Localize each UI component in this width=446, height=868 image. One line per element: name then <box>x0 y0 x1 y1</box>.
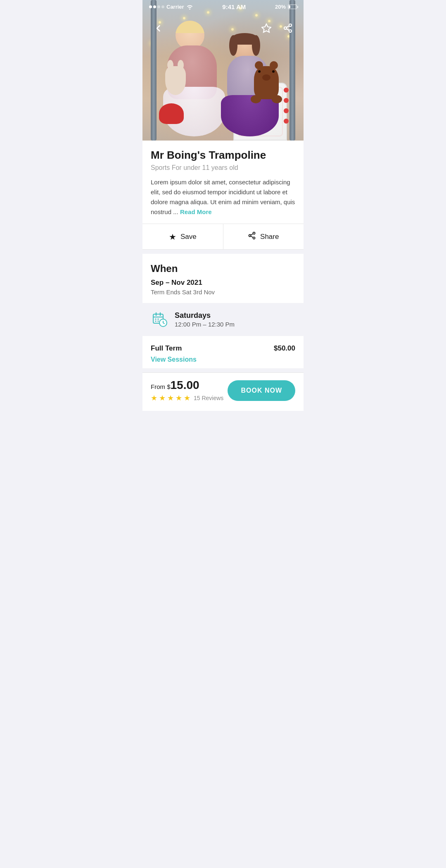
signal-dot-4 <box>161 5 164 8</box>
pricing-section: Full Term $50.00 View Sessions <box>142 336 304 368</box>
save-star-icon: ★ <box>169 232 176 242</box>
signal-dots <box>149 5 164 8</box>
section-separator-2 <box>142 368 304 372</box>
bottom-bar: From $15.00 ★ ★ ★ ★ ★ 15 Reviews BOOK NO… <box>142 372 304 411</box>
status-bar: Carrier 9:41 AM 20% <box>142 0 304 12</box>
svg-point-19 <box>158 319 159 320</box>
signal-dot-1 <box>149 5 152 8</box>
svg-line-5 <box>287 26 289 28</box>
view-sessions-link[interactable]: View Sessions <box>151 356 197 363</box>
battery-percent: 20% <box>275 4 286 10</box>
svg-point-21 <box>158 321 159 322</box>
activity-title: Mr Boing's Trampoline <box>151 149 295 162</box>
price-amount: 15.00 <box>171 379 199 391</box>
status-time: 9:41 AM <box>222 3 246 10</box>
heart-pillow <box>159 103 184 124</box>
svg-point-8 <box>253 237 255 239</box>
schedule-info: Saturdays 12:00 Pm – 12:30 Pm <box>175 311 235 328</box>
svg-point-3 <box>289 30 292 32</box>
carrier-label: Carrier <box>166 4 184 10</box>
svg-point-6 <box>253 232 255 234</box>
svg-line-4 <box>287 29 289 31</box>
schedule-card: Saturdays 12:00 Pm – 12:30 Pm <box>142 303 304 336</box>
back-button[interactable] <box>151 21 166 36</box>
share-action-icon <box>248 231 256 242</box>
svg-line-9 <box>251 236 253 237</box>
signal-dot-3 <box>157 5 160 8</box>
svg-point-18 <box>155 319 157 320</box>
pompom-4 <box>284 119 289 124</box>
star-1: ★ <box>151 393 157 403</box>
book-now-button[interactable]: BOOK NOW <box>228 380 295 401</box>
pricing-label: Full Term <box>151 344 182 353</box>
reviews-count: 15 Reviews <box>194 395 223 401</box>
signal-dot-2 <box>153 5 156 8</box>
back-icon <box>153 23 163 33</box>
svg-point-20 <box>155 321 157 322</box>
svg-marker-0 <box>262 24 271 32</box>
share-action-button[interactable]: Share <box>223 224 304 249</box>
status-left: Carrier <box>149 4 193 10</box>
star-3: ★ <box>167 393 174 403</box>
when-section: When Sep – Nov 2021 Term Ends Sat 3rd No… <box>142 254 304 303</box>
title-section: Mr Boing's Trampoline Sports For under 1… <box>142 141 304 224</box>
schedule-day: Saturdays <box>175 311 235 320</box>
pompom-1 <box>284 88 289 93</box>
date-range: Sep – Nov 2021 <box>151 279 295 287</box>
price-from-section: From $15.00 ★ ★ ★ ★ ★ 15 Reviews <box>151 379 223 403</box>
svg-point-2 <box>284 27 287 29</box>
pompom-3 <box>284 108 289 113</box>
bookmark-icon <box>261 23 271 33</box>
read-more-link[interactable]: Read More <box>180 208 212 215</box>
when-heading: When <box>151 263 295 274</box>
share-icon <box>283 23 293 33</box>
description-text: Lorem ipsum dolor sit amet, consectetur … <box>151 179 295 215</box>
star-2: ★ <box>159 393 166 403</box>
schedule-time: 12:00 Pm – 12:30 Pm <box>175 321 235 328</box>
status-right: 20% <box>275 4 297 10</box>
schedule-icon-wrap <box>151 310 169 329</box>
save-label: Save <box>180 233 197 241</box>
wifi-icon <box>186 4 193 10</box>
activity-description: Lorem ipsum dolor sit amet, consectetur … <box>151 177 295 217</box>
pricing-amount: $50.00 <box>274 344 295 353</box>
save-button[interactable]: ★ Save <box>142 224 223 249</box>
activity-subtitle: Sports For under 11 years old <box>151 164 295 172</box>
price-label-text: From $15.00 <box>151 379 223 392</box>
action-row: ★ Save Share <box>142 224 304 250</box>
section-separator-1 <box>142 250 304 254</box>
share-button[interactable] <box>280 21 295 36</box>
bookmark-button[interactable] <box>259 21 274 36</box>
main-content: Mr Boing's Trampoline Sports For under 1… <box>142 141 304 411</box>
pricing-row: Full Term $50.00 <box>151 344 295 353</box>
svg-line-10 <box>251 234 253 235</box>
svg-point-7 <box>249 235 251 237</box>
calendar-clock-icon <box>152 312 168 327</box>
star-4: ★ <box>176 393 182 403</box>
hero-image <box>142 0 304 141</box>
term-ends: Term Ends Sat 3rd Nov <box>151 289 295 296</box>
battery-box <box>288 5 297 9</box>
from-text: From $ <box>151 383 171 390</box>
battery-container <box>288 5 297 9</box>
share-label: Share <box>260 233 279 241</box>
nav-right-actions <box>259 21 295 36</box>
pompom-2 <box>284 98 289 103</box>
stars-row: ★ ★ ★ ★ ★ 15 Reviews <box>151 393 223 403</box>
child-right <box>221 33 279 141</box>
star-5: ★ <box>184 393 190 403</box>
battery-fill <box>289 5 290 8</box>
svg-point-1 <box>289 24 292 26</box>
